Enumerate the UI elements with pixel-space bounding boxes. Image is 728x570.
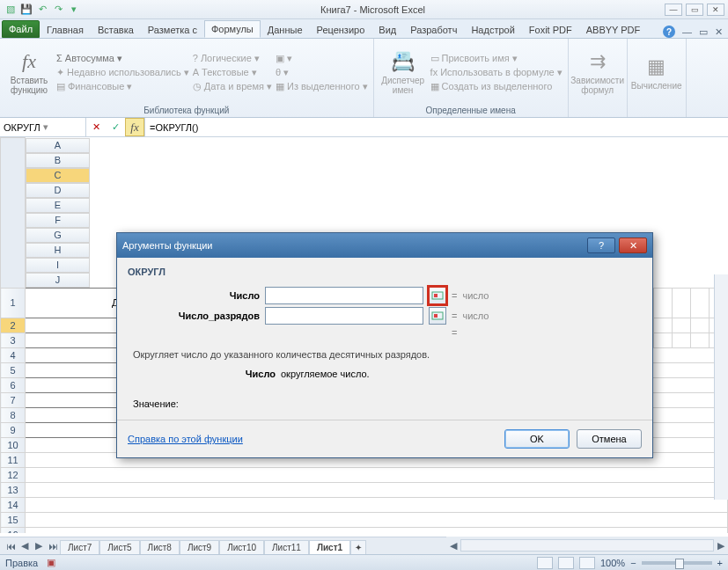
normal-view-button[interactable] — [537, 557, 553, 569]
row-header[interactable]: 11 — [1, 452, 26, 467]
cell[interactable] — [672, 288, 690, 318]
row-header[interactable]: 9 — [1, 422, 26, 437]
row-header[interactable]: 15 — [1, 512, 26, 527]
arg1-input[interactable] — [265, 287, 423, 304]
page-layout-view-button[interactable] — [558, 557, 574, 569]
use-in-formula-button[interactable]: fxИспользовать в формуле ▾ — [430, 66, 563, 79]
dialog-cancel-button[interactable]: Отмена — [577, 429, 642, 449]
sheet-nav-next[interactable]: ▶ — [32, 539, 46, 553]
row-header[interactable]: 14 — [1, 497, 26, 512]
maximize-button[interactable]: ▭ — [686, 4, 703, 16]
tab-layout[interactable]: Разметка с — [141, 21, 204, 38]
sheet-nav-last[interactable]: ⏭ — [46, 539, 60, 553]
name-box[interactable]: ОКРУГЛ ▾ — [0, 118, 86, 136]
accept-formula-button[interactable]: ✓ — [106, 118, 125, 136]
doc-close-icon[interactable]: ✕ — [715, 26, 723, 38]
dialog-ok-button[interactable]: OK — [504, 429, 570, 449]
logical-button[interactable]: ?Логические ▾ — [193, 52, 272, 65]
text-button[interactable]: AТекстовые ▾ — [193, 66, 272, 79]
name-box-dropdown-icon[interactable]: ▾ — [43, 121, 83, 133]
fx-button[interactable]: fx — [125, 118, 144, 136]
create-from-sel-button[interactable]: ▦Создать из выделенного — [430, 80, 563, 93]
minimize-button[interactable]: — — [665, 4, 682, 16]
from-selection-button[interactable]: ▦Из выделенного ▾ — [276, 80, 368, 93]
zoom-out-button[interactable]: − — [630, 558, 636, 568]
row-header[interactable]: 6 — [1, 377, 26, 392]
formula-input[interactable]: =ОКРУГЛ() — [145, 118, 728, 136]
math-button[interactable]: θ▾ — [276, 66, 368, 79]
arg1-range-button[interactable] — [429, 287, 446, 304]
cell[interactable] — [653, 318, 672, 332]
col-header[interactable]: G — [26, 228, 90, 243]
row-header[interactable]: 8 — [1, 407, 26, 422]
autosum-button[interactable]: ΣАвтосумма ▾ — [56, 52, 189, 65]
select-all-corner[interactable] — [1, 138, 26, 289]
undo-icon[interactable]: ↶ — [35, 3, 49, 17]
tab-abbyy[interactable]: ABBYY PDF — [579, 21, 648, 38]
row-header[interactable]: 5 — [1, 362, 26, 377]
sheet-tab[interactable]: Лист8 — [140, 540, 180, 554]
tab-addins[interactable]: Надстрой — [464, 21, 521, 38]
arg2-input[interactable] — [265, 307, 423, 325]
datetime-button[interactable]: ◷Дата и время ▾ — [193, 80, 272, 93]
cancel-formula-button[interactable]: ✕ — [86, 118, 106, 136]
row-header[interactable]: 12 — [1, 467, 26, 482]
tab-insert[interactable]: Вставка — [91, 21, 141, 38]
row-header[interactable]: 7 — [1, 392, 26, 407]
col-header[interactable]: B — [26, 153, 90, 168]
col-header[interactable]: C — [26, 168, 90, 183]
col-header[interactable]: F — [26, 213, 90, 228]
tab-foxit[interactable]: Foxit PDF — [522, 21, 579, 38]
row-header[interactable]: 4 — [1, 347, 26, 362]
assign-name-button[interactable]: ▭Присвоить имя ▾ — [430, 52, 563, 65]
row-header[interactable]: 3 — [1, 332, 26, 347]
redo-icon[interactable]: ↷ — [51, 3, 65, 17]
dialog-close-button[interactable]: ✕ — [619, 238, 647, 253]
zoom-level[interactable]: 100% — [600, 558, 625, 568]
qat-dropdown-icon[interactable]: ▾ — [67, 3, 81, 17]
tab-view[interactable]: Вид — [371, 21, 403, 38]
col-header[interactable]: A — [26, 138, 90, 153]
col-header[interactable]: E — [26, 198, 90, 213]
tab-formulas[interactable]: Формулы — [204, 20, 261, 38]
insert-function-button[interactable]: fx Вставить функцию — [5, 40, 53, 104]
row-header[interactable]: 16 — [1, 527, 26, 533]
recent-button[interactable]: ✦Недавно использовались ▾ — [56, 66, 189, 79]
lookup-button[interactable]: ▣▾ — [276, 52, 368, 65]
tab-file[interactable]: Файл — [2, 20, 40, 38]
financial-button[interactable]: ▤Финансовые ▾ — [56, 80, 189, 93]
cell[interactable] — [672, 332, 690, 347]
arg2-range-button[interactable] — [429, 307, 446, 325]
dialog-help-link[interactable]: Справка по этой функции — [128, 434, 243, 444]
sheet-tab-active[interactable]: Лист1 — [309, 540, 350, 554]
sheet-tab[interactable]: Лист9 — [180, 540, 219, 554]
tab-developer[interactable]: Разработч — [403, 21, 464, 38]
tab-review[interactable]: Рецензиро — [310, 21, 372, 38]
col-header[interactable]: J — [26, 273, 90, 288]
cell[interactable] — [653, 288, 672, 318]
formula-deps-button[interactable]: ⇉ Зависимости формул — [574, 40, 621, 104]
doc-restore-icon[interactable]: ▭ — [699, 26, 708, 38]
zoom-slider[interactable] — [642, 561, 712, 565]
sheet-nav-first[interactable]: ⏮ — [4, 539, 18, 553]
col-header[interactable]: D — [26, 183, 90, 198]
row-header[interactable]: 1 — [1, 288, 26, 318]
tab-data[interactable]: Данные — [261, 21, 310, 38]
save-icon[interactable]: 💾 — [19, 3, 33, 17]
sheet-nav-prev[interactable]: ◀ — [18, 539, 32, 553]
zoom-in-button[interactable]: + — [717, 558, 723, 568]
col-header[interactable]: I — [26, 258, 90, 273]
name-manager-button[interactable]: 📇 Диспетчер имен — [379, 40, 427, 104]
ribbon-min-icon[interactable]: — — [682, 26, 692, 37]
cell[interactable] — [653, 332, 672, 347]
dialog-titlebar[interactable]: Аргументы функции ? ✕ — [117, 233, 652, 258]
cell[interactable] — [672, 318, 690, 332]
sheet-tab[interactable]: Лист5 — [99, 540, 139, 554]
cell[interactable] — [690, 332, 709, 347]
macro-record-icon[interactable]: ▣ — [47, 557, 55, 568]
horizontal-scrollbar[interactable]: ◀▶ — [446, 537, 728, 554]
row-header[interactable]: 10 — [1, 437, 26, 452]
cell[interactable] — [690, 318, 709, 332]
calculation-button[interactable]: ▦ Вычисление — [633, 40, 680, 104]
close-button[interactable]: ✕ — [707, 4, 724, 16]
